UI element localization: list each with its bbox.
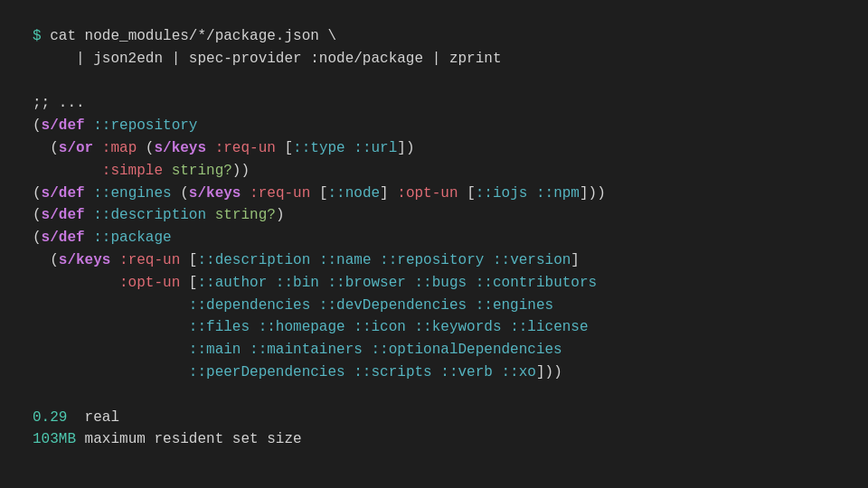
- terminal: $ cat node_modules/*/package.json \ | js…: [33, 25, 835, 463]
- memory-label: maximum resident set size: [76, 431, 302, 447]
- timing-value: 0.29: [33, 409, 67, 426]
- code-line-simple: :simple string?)): [33, 160, 835, 183]
- code-line-skeys-req: (s/keys :req-un [::description ::name ::…: [33, 249, 835, 272]
- code-line-sor: (s/or :map (s/keys :req-un [::type ::url…: [33, 137, 835, 160]
- comment-text: ;; ...: [33, 95, 85, 111]
- command-line-2: | json2edn | spec-provider :node/package…: [33, 48, 835, 70]
- code-line-optun-5: ::peerDependencies ::scripts ::verb ::xo…: [33, 361, 835, 384]
- command-text-1: cat node_modules/*/package.json \: [42, 28, 336, 44]
- timing-line: 0.29 real: [33, 407, 835, 429]
- spacer-2: [33, 384, 835, 407]
- code-line-optun-3: ::files ::homepage ::icon ::keywords ::l…: [33, 316, 835, 339]
- code-line-optun-2: ::dependencies ::devDependencies ::engin…: [33, 295, 835, 317]
- timing-label: real: [67, 409, 119, 426]
- code-line-engines: (s/def ::engines (s/keys :req-un [::node…: [33, 183, 835, 205]
- code-line-package: (s/def ::package: [33, 227, 835, 249]
- memory-value: 103MB: [33, 431, 76, 447]
- code-line-sdef-repository: (s/def ::repository: [33, 115, 835, 137]
- command-text-2: | json2edn | spec-provider :node/package…: [33, 51, 501, 67]
- prompt-symbol: $: [33, 28, 42, 44]
- code-line-optun-4: ::main ::maintainers ::optionalDependenc…: [33, 339, 835, 361]
- command-line-1: $ cat node_modules/*/package.json \: [33, 25, 835, 48]
- code-line-description: (s/def ::description string?): [33, 204, 835, 227]
- code-line-optun-1: :opt-un [::author ::bin ::browser ::bugs…: [33, 272, 835, 295]
- memory-line: 103MB maximum resident set size: [33, 428, 835, 451]
- spacer-1: [33, 70, 835, 93]
- comment-line: ;; ...: [33, 92, 835, 115]
